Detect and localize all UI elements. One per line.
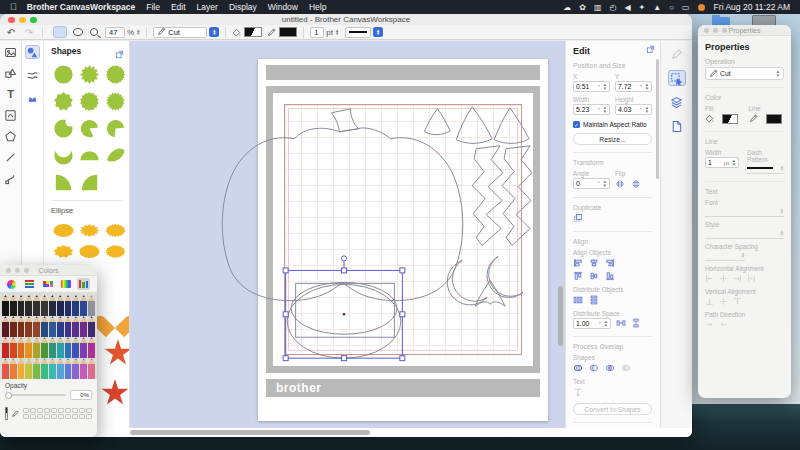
x-input[interactable]: 0.51″▲▼	[573, 81, 610, 92]
shape-item-half[interactable]	[77, 143, 101, 167]
eyedropper-icon[interactable]	[11, 404, 20, 422]
color-pencils-icon[interactable]	[77, 278, 90, 290]
shape-item-scallop[interactable]	[103, 62, 127, 86]
undo-button[interactable]: ↶	[4, 26, 18, 38]
line-width-input[interactable]: 1	[310, 27, 324, 38]
swatch-well[interactable]	[37, 414, 43, 419]
mission-control-icon[interactable]: ▥	[594, 3, 602, 12]
swatch-well[interactable]	[79, 408, 85, 413]
menu-display[interactable]: Display	[229, 2, 257, 12]
pencil-color-swatch[interactable]	[49, 295, 56, 316]
operation-stepper[interactable]: ▲▼	[209, 27, 219, 37]
align-top-icon[interactable]	[573, 271, 583, 282]
properties-titlebar[interactable]: Properties	[698, 25, 791, 36]
pencil-color-swatch[interactable]	[49, 337, 56, 358]
swatch-well[interactable]	[72, 408, 78, 413]
path-tool-icon[interactable]	[3, 171, 18, 185]
pencil-color-swatch[interactable]	[80, 358, 87, 379]
pencil-color-swatch[interactable]	[41, 295, 48, 316]
clock-icon[interactable]: ◴	[609, 3, 616, 12]
swatch-well[interactable]	[51, 408, 57, 413]
selection-handle[interactable]	[342, 356, 347, 361]
pencil-color-swatch[interactable]	[80, 295, 87, 316]
horizontal-scrollbar[interactable]	[0, 428, 692, 437]
opacity-value[interactable]: 0%	[70, 390, 92, 400]
pencil-color-swatch[interactable]	[72, 337, 79, 358]
swatch-well[interactable]	[23, 414, 29, 419]
swatch-well[interactable]	[44, 408, 50, 413]
color-spectrum-icon[interactable]	[59, 278, 72, 290]
swatch-well[interactable]	[72, 414, 78, 419]
align-left-icon[interactable]	[573, 258, 583, 269]
line-style-dropdown[interactable]	[345, 27, 371, 38]
pencil-color-swatch[interactable]	[10, 337, 17, 358]
operation-select[interactable]: Cut ▲▼	[705, 67, 784, 80]
operation-dropdown[interactable]: Cut	[153, 27, 207, 38]
pencil-color-swatch[interactable]	[2, 316, 9, 337]
color-palette-icon[interactable]	[41, 278, 54, 290]
shape-item-fin[interactable]	[77, 170, 101, 194]
align-center-horizontal-icon[interactable]	[589, 258, 599, 269]
shape-item-ellipse[interactable]	[77, 242, 101, 260]
pencil-color-swatch[interactable]	[10, 295, 17, 316]
shape-item-gear[interactable]	[103, 89, 127, 113]
swatch-well[interactable]	[79, 414, 85, 419]
swatch-well[interactable]	[86, 414, 92, 419]
pencil-color-swatch[interactable]	[72, 295, 79, 316]
triangle-eye-1[interactable]	[424, 109, 450, 135]
redo-button[interactable]: ↷	[22, 26, 36, 38]
pencil-color-swatch[interactable]	[80, 337, 87, 358]
pencil-color-swatch[interactable]	[41, 337, 48, 358]
canvas-vertical-scrollbar[interactable]	[558, 286, 563, 346]
shape-item-burst[interactable]	[77, 62, 101, 86]
line-style-stepper[interactable]: ▲▼	[373, 27, 383, 37]
zoom-level-input[interactable]: 47	[105, 27, 125, 38]
cloud-icon[interactable]: ☁	[563, 3, 571, 12]
detach-edit-panel-icon[interactable]	[646, 45, 655, 55]
shape-item-ellipse[interactable]	[51, 221, 75, 239]
maintain-aspect-checkbox[interactable]: ✓Maintain Aspect Ratio	[573, 121, 652, 128]
crescent-eye-1[interactable]	[447, 260, 487, 304]
apple-menu-icon[interactable]: 	[10, 2, 17, 12]
pencil-color-swatch[interactable]	[10, 316, 17, 337]
trace-tool-icon[interactable]	[3, 108, 18, 122]
window-titlebar[interactable]: untitled - Brother CanvasWorkspace	[0, 14, 692, 25]
align-bottom-icon[interactable]	[605, 271, 615, 282]
menu-layer[interactable]: Layer	[197, 2, 218, 12]
shape-item-notch[interactable]	[77, 89, 101, 113]
pencil-color-swatch[interactable]	[88, 358, 95, 379]
zoom-tool-button[interactable]	[90, 28, 98, 36]
menu-help[interactable]: Help	[309, 2, 326, 12]
horizontal-scrollbar-thumb[interactable]	[130, 430, 370, 435]
pencil-color-swatch[interactable]	[57, 358, 64, 379]
distribute-horizontal-icon[interactable]	[573, 295, 583, 306]
heart-shape-item[interactable]	[102, 307, 128, 331]
launcher-icon[interactable]	[698, 4, 705, 11]
pencil-color-swatch[interactable]	[18, 358, 25, 379]
canvas-area[interactable]: brother	[130, 41, 565, 428]
swatch-well[interactable]	[23, 408, 29, 413]
crescent-eye-2[interactable]	[487, 256, 523, 297]
edit-panel-scrollbar[interactable]	[656, 59, 660, 179]
search-icon[interactable]: ○	[669, 3, 674, 12]
align-middle-icon[interactable]	[589, 271, 599, 282]
pencil-color-swatch[interactable]	[2, 337, 9, 358]
line-tool-icon[interactable]	[3, 150, 18, 164]
triangle-eye-3[interactable]	[494, 108, 529, 144]
pencil-color-swatch[interactable]	[57, 337, 64, 358]
pencil-color-swatch[interactable]	[57, 295, 64, 316]
pencil-color-swatch[interactable]	[33, 358, 40, 379]
shape-item-ellipse-scallop[interactable]	[103, 242, 127, 260]
swatch-well[interactable]	[37, 408, 43, 413]
shape-item-ellipse-burst[interactable]	[77, 221, 101, 239]
pencil-color-swatch[interactable]	[25, 316, 32, 337]
properties-line-width-input[interactable]: 1pt▲▼	[705, 157, 739, 168]
selected-ellipse-2[interactable]	[287, 284, 401, 358]
rotate-handle[interactable]	[341, 256, 346, 261]
line-color-swatch[interactable]	[279, 27, 297, 37]
opacity-slider-knob[interactable]	[5, 392, 12, 399]
color-sliders-icon[interactable]	[23, 278, 36, 290]
current-color-swatch[interactable]	[5, 407, 8, 420]
resize-button[interactable]: Resize...	[573, 133, 652, 145]
shape-item-swoosh[interactable]	[51, 143, 75, 167]
